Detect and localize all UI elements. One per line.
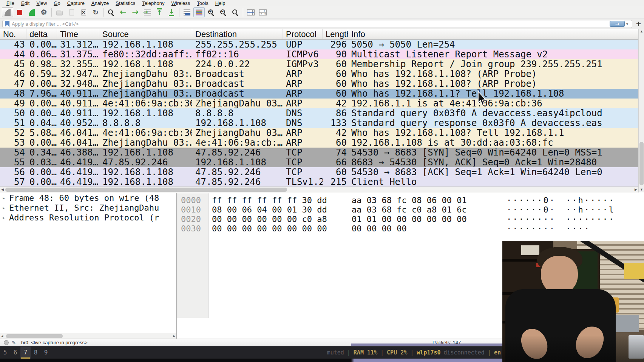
workspace-7[interactable]: 7: [20, 347, 31, 359]
go-first-packet-icon[interactable]: ↑: [154, 7, 165, 17]
expert-info-icon[interactable]: [4, 340, 9, 345]
detail-line-1[interactable]: ▸Ethernet II, Src: ZhejiangDahu: [0, 203, 176, 213]
packet-row-54[interactable]: 540.34…46.388…192.168.1.10847.85.92.246T…: [0, 148, 638, 157]
workspace-9[interactable]: 9: [41, 347, 51, 359]
open-file-icon[interactable]: [54, 7, 65, 17]
packet-row-44[interactable]: 440.06…31.375…fe80::32dd:aaff:…ff02::16I…: [0, 49, 638, 59]
go-back-icon[interactable]: ←: [117, 7, 129, 17]
capture-status-text: br0: <live capture in progress>: [21, 340, 88, 345]
details-horizontal-scrollbar[interactable]: ◀ ▶: [0, 333, 176, 339]
menu-wireless[interactable]: Wireless: [168, 0, 194, 6]
resize-columns-icon[interactable]: [245, 7, 256, 17]
scroll-right-icon[interactable]: ▶: [173, 333, 175, 339]
scroll-left-icon[interactable]: ◀: [1, 333, 3, 339]
column-header-length[interactable]: Length: [323, 29, 348, 39]
packet-details-pane: ▸Frame 48: 60 bytes on wire (48▸Ethernet…: [0, 193, 177, 339]
monitor: [616, 315, 639, 332]
display-filter-field[interactable]: → ▾: [2, 20, 632, 28]
scroll-right-icon[interactable]: ▶: [635, 187, 637, 193]
taskbar-status-text: muted|RAM 11%|CPU 2%|wlp17s0disconnected…: [324, 347, 501, 359]
auto-scroll-icon[interactable]: [181, 7, 193, 17]
packet-row-47[interactable]: 470.00…32.948…ZhejiangDahu_03:…Broadcast…: [0, 79, 638, 89]
column-header-time[interactable]: Time: [57, 29, 99, 39]
column-header-delta[interactable]: delta: [26, 29, 57, 39]
column-header-source[interactable]: Source: [99, 29, 192, 39]
packet-row-52[interactable]: 525.08…46.041…4e:41:06:9a:cb:36ZhejiangD…: [0, 128, 638, 138]
display-filter-input[interactable]: [11, 21, 610, 27]
column-header-protocol[interactable]: Protocol: [283, 29, 323, 39]
menu-telephony[interactable]: Telephony: [139, 0, 168, 6]
shelf-box: [521, 245, 539, 255]
workspace-8[interactable]: 8: [31, 347, 41, 359]
column-header-no[interactable]: No.: [0, 29, 26, 39]
packet-row-53[interactable]: 530.00…46.041…ZhejiangDahu_03:…4e:41:06:…: [0, 138, 638, 148]
zoom-reset-icon[interactable]: [230, 7, 241, 17]
add-filter-button[interactable]: +: [636, 20, 641, 27]
column-header-destination[interactable]: Destination: [192, 29, 283, 39]
capture-comment-icon[interactable]: ✎: [12, 340, 16, 345]
layout-icon[interactable]: 123: [257, 7, 269, 17]
packet-row-51[interactable]: 510.04…40.952…8.8.8.8192.168.1.108DNS133…: [0, 118, 638, 128]
packet-list: No.deltaTimeSourceDestinationProtocolLen…: [0, 29, 638, 193]
go-last-packet-icon[interactable]: ↓: [166, 7, 177, 17]
taskbar-segment: |: [410, 349, 414, 356]
start-capture-icon[interactable]: [2, 7, 13, 17]
packet-row-48[interactable]: 487.96…40.911…ZhejiangDahu_03:…Broadcast…: [0, 89, 638, 99]
menu-capture[interactable]: Capture: [64, 0, 88, 6]
column-header-info[interactable]: Info: [348, 29, 638, 39]
packet-row-55[interactable]: 550.03…46.419…47.85.92.246192.168.1.108T…: [0, 157, 638, 167]
find-packet-icon[interactable]: [105, 7, 117, 17]
restart-capture-icon[interactable]: [26, 7, 37, 17]
packet-row-43[interactable]: 430.00…31.312…192.168.1.108255.255.255.2…: [0, 40, 638, 49]
taskbar-segment: |: [347, 349, 351, 356]
webcam-overlay: [502, 241, 644, 362]
menu-edit[interactable]: Edit: [18, 0, 33, 6]
scroll-left-icon[interactable]: ◀: [1, 187, 4, 193]
taskbar-segment: |: [380, 349, 384, 356]
capture-options-icon[interactable]: ⚙: [38, 7, 49, 17]
menu-tools[interactable]: Tools: [193, 0, 212, 6]
packet-row-46[interactable]: 460.59…32.947…ZhejiangDahu_03:…Broadcast…: [0, 69, 638, 79]
zoom-out-icon[interactable]: −: [218, 7, 229, 17]
packet-list-horizontal-scrollbar[interactable]: ◀ ▶: [0, 186, 638, 193]
reload-icon[interactable]: ↻: [90, 7, 101, 17]
menu-go[interactable]: Go: [50, 0, 63, 6]
packet-list-vertical-scrollbar[interactable]: ▲ ▼: [638, 29, 644, 193]
expander-icon[interactable]: ▸: [2, 203, 5, 213]
filter-caret-icon[interactable]: ▾: [625, 22, 630, 26]
go-forward-icon[interactable]: →: [130, 7, 141, 17]
scroll-down-icon[interactable]: ▼: [640, 187, 643, 193]
detail-line-2[interactable]: ▸Address Resolution Protocol (r: [0, 213, 176, 223]
save-file-icon[interactable]: [66, 7, 77, 17]
menu-help[interactable]: Help: [212, 0, 229, 6]
detail-line-0[interactable]: ▸Frame 48: 60 bytes on wire (48: [0, 193, 176, 203]
menu-file[interactable]: File: [3, 0, 18, 6]
stop-capture-icon[interactable]: [14, 7, 25, 17]
packet-row-49[interactable]: 490.00…40.911…4e:41:06:9a:cb:36ZhejiangD…: [0, 99, 638, 108]
expander-icon[interactable]: ▸: [2, 193, 5, 203]
scroll-up-icon[interactable]: ▲: [640, 29, 643, 34]
filter-bookmark-icon[interactable]: [5, 21, 9, 27]
packet-row-57[interactable]: 570.00…46.419…192.168.1.10847.85.92.246T…: [0, 177, 638, 187]
packet-row-50[interactable]: 500.00…40.911…192.168.1.1088.8.8.8DNS86S…: [0, 108, 638, 118]
zoom-in-icon[interactable]: +: [205, 7, 217, 17]
apply-filter-button[interactable]: →: [610, 21, 625, 27]
taskbar-segment: |: [488, 349, 491, 356]
packet-list-rows: 430.00…31.312…192.168.1.108255.255.255.2…: [0, 40, 638, 187]
close-file-icon[interactable]: ✕: [78, 7, 89, 17]
taskbar-segment: en: [494, 349, 501, 356]
taskbar-segment: CPU 2%: [387, 349, 407, 356]
packet-row-56[interactable]: 560.00…46.419…192.168.1.10847.85.92.246T…: [0, 167, 638, 177]
colorize-icon[interactable]: [193, 7, 205, 17]
packet-row-45[interactable]: 450.98…32.355…192.168.1.108224.0.0.22IGM…: [0, 59, 638, 69]
expander-icon[interactable]: ▸: [2, 213, 5, 223]
menu-analyze[interactable]: Analyze: [88, 0, 112, 6]
workspace-6[interactable]: 6: [10, 347, 20, 359]
menu-view[interactable]: View: [33, 0, 50, 6]
main-toolbar: ⚙✕↻←→→↑↓+−123: [0, 6, 644, 18]
workspace-5[interactable]: 5: [0, 347, 10, 359]
taskbar-segment: disconnected: [444, 349, 485, 356]
menu-statistics[interactable]: Statistics: [112, 0, 139, 6]
go-to-packet-icon[interactable]: →: [142, 7, 153, 17]
vignette: [502, 335, 644, 362]
